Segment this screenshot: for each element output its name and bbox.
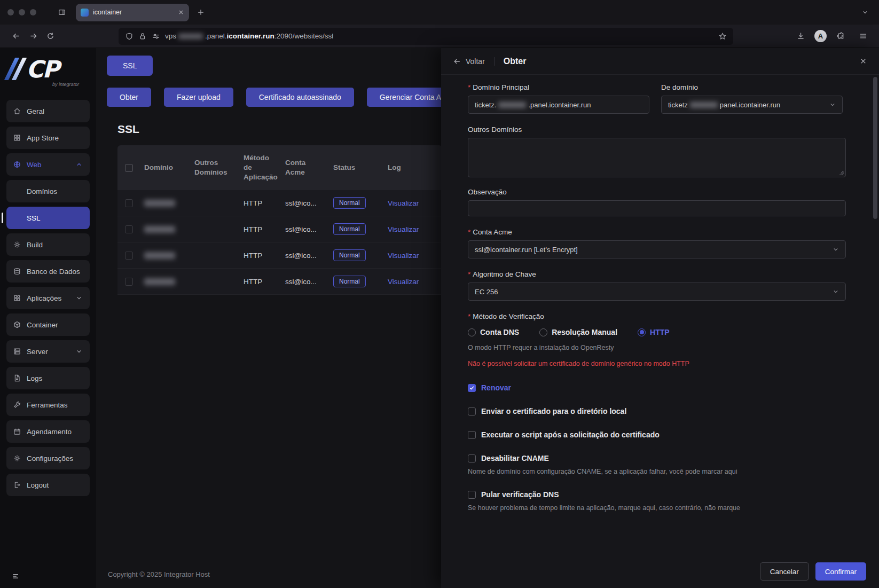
table-row[interactable]: HTTP ssl@ico... Normal Visualizar bbox=[117, 269, 442, 295]
lock-icon[interactable] bbox=[138, 32, 147, 41]
select-all-checkbox[interactable] bbox=[125, 164, 133, 172]
obter-button[interactable]: Obter bbox=[107, 88, 151, 107]
certificado-autoassinado-button[interactable]: Certificado autoassinado bbox=[246, 88, 354, 107]
confirm-button[interactable]: Confirmar bbox=[815, 562, 866, 581]
enviar-certificado-checkbox-row[interactable]: Enviar o certificado para o diretório lo… bbox=[468, 407, 846, 415]
window-close-button[interactable] bbox=[7, 9, 14, 15]
forward-icon[interactable] bbox=[25, 28, 42, 45]
column-header-log[interactable]: Log bbox=[383, 163, 442, 173]
checkbox-icon[interactable] bbox=[468, 454, 476, 462]
tab-list-chevron-icon[interactable] bbox=[861, 8, 869, 17]
desabilitar-cname-checkbox-row[interactable]: Desabilitar CNAME bbox=[468, 454, 846, 462]
row-checkbox[interactable] bbox=[125, 225, 133, 233]
radio-checked-icon bbox=[638, 328, 646, 336]
window-zoom-button[interactable] bbox=[30, 9, 36, 15]
ssl-tab-button[interactable]: SSL bbox=[107, 56, 153, 76]
url-redacted-segment bbox=[178, 34, 203, 39]
checkbox-label: Pular verificação DNS bbox=[481, 490, 559, 499]
cancel-button[interactable]: Cancelar bbox=[760, 562, 809, 581]
visualizar-link[interactable]: Visualizar bbox=[388, 225, 419, 233]
row-checkbox[interactable] bbox=[125, 199, 133, 207]
row-checkbox[interactable] bbox=[125, 252, 133, 260]
sidebar-collapse-icon[interactable] bbox=[12, 572, 20, 581]
pular-verificacao-dns-checkbox-row[interactable]: Pular verificação DNS bbox=[468, 490, 846, 499]
de-dominio-select[interactable]: ticketzpanel.icontainer.run bbox=[661, 96, 843, 114]
reload-icon[interactable] bbox=[42, 28, 59, 45]
visualizar-link[interactable]: Visualizar bbox=[388, 278, 419, 286]
sidebar-item-ferramentas[interactable]: Ferramentas bbox=[6, 394, 90, 416]
row-checkbox[interactable] bbox=[125, 278, 133, 286]
table-row[interactable]: HTTP ssl@ico... Normal Visualizar bbox=[117, 242, 442, 269]
checkbox-icon[interactable] bbox=[468, 431, 476, 439]
tab-overview-icon[interactable] bbox=[58, 8, 66, 17]
column-header-dominio[interactable]: Domínio bbox=[140, 163, 190, 173]
metodo-cell: HTTP bbox=[239, 225, 281, 233]
sidebar: CP by integrator Geral App Store Web Dom… bbox=[0, 48, 96, 588]
window-minimize-button[interactable] bbox=[19, 9, 25, 15]
sidebar-item-aplicacoes[interactable]: Aplicações bbox=[6, 287, 90, 309]
new-tab-button[interactable] bbox=[197, 8, 205, 17]
sidebar-item-logout[interactable]: Logout bbox=[6, 474, 90, 496]
sidebar-item-geral[interactable]: Geral bbox=[6, 100, 90, 122]
sidebar-item-web[interactable]: Web bbox=[6, 153, 90, 176]
sidebar-item-agendamento[interactable]: Agendamento bbox=[6, 420, 90, 443]
account-avatar[interactable]: A bbox=[814, 30, 827, 42]
sidebar-item-label: Aplicações bbox=[27, 294, 61, 302]
back-button[interactable]: Voltar bbox=[453, 57, 485, 66]
logo-text: CP bbox=[26, 59, 59, 80]
conta-acme-cell: ssl@ico... bbox=[281, 199, 329, 207]
outros-dominios-textarea[interactable] bbox=[468, 138, 846, 177]
sidebar-item-logs[interactable]: Logs bbox=[6, 367, 90, 389]
close-icon[interactable] bbox=[859, 57, 867, 65]
checkbox-checked-icon[interactable] bbox=[468, 384, 476, 392]
column-header-metodo[interactable]: Método de Aplicação bbox=[239, 153, 281, 183]
radio-conta-dns[interactable]: Conta DNS bbox=[468, 328, 519, 336]
download-icon[interactable] bbox=[792, 28, 809, 45]
renovar-checkbox-row[interactable]: Renovar bbox=[468, 383, 846, 392]
window-controls[interactable] bbox=[7, 9, 36, 15]
algoritmo-chave-select[interactable]: EC 256 bbox=[468, 283, 846, 301]
sidebar-item-ssl[interactable]: SSL bbox=[6, 207, 90, 229]
sidebar-item-build[interactable]: Build bbox=[6, 233, 90, 256]
radio-http[interactable]: HTTP bbox=[638, 328, 670, 336]
menu-hamburger-icon[interactable] bbox=[854, 28, 872, 45]
back-icon[interactable] bbox=[7, 28, 25, 45]
scrollbar-thumb[interactable] bbox=[873, 77, 877, 219]
executar-script-checkbox-row[interactable]: Executar o script após a solicitação do … bbox=[468, 430, 846, 439]
sidebar-item-banco-de-dados[interactable]: Banco de Dados bbox=[6, 260, 90, 283]
sidebar-item-label: Domínios bbox=[27, 187, 57, 195]
apps-icon bbox=[13, 294, 21, 302]
sidebar-item-server[interactable]: Server bbox=[6, 340, 90, 363]
sidebar-item-label: Logout bbox=[27, 481, 49, 489]
tab-close-icon[interactable] bbox=[178, 9, 184, 15]
column-header-conta-acme[interactable]: Conta Acme bbox=[281, 158, 329, 177]
table-row[interactable]: HTTP ssl@ico... Normal Visualizar bbox=[117, 216, 442, 242]
extensions-puzzle-icon[interactable] bbox=[832, 28, 849, 45]
fazer-upload-button[interactable]: Fazer upload bbox=[164, 88, 233, 107]
radio-resolucao-manual[interactable]: Resolução Manual bbox=[539, 328, 617, 336]
url-bar[interactable]: vps.panel.icontainer.run:2090/websites/s… bbox=[119, 28, 733, 45]
sidebar-item-dominios[interactable]: Domínios bbox=[6, 180, 90, 202]
sidebar-item-app-store[interactable]: App Store bbox=[6, 127, 90, 149]
observacao-input[interactable] bbox=[468, 200, 846, 216]
checkbox-icon[interactable] bbox=[468, 491, 476, 499]
sidebar-item-container[interactable]: Container bbox=[6, 313, 90, 336]
conta-acme-select[interactable]: ssl@icontainer.run [Let's Encrypt] bbox=[468, 240, 846, 258]
visualizar-link[interactable]: Visualizar bbox=[388, 199, 419, 207]
dominio-principal-input[interactable]: ticketz..panel.icontainer.run bbox=[468, 96, 649, 114]
sidebar-item-configuracoes[interactable]: Configurações bbox=[6, 447, 90, 469]
table-row[interactable]: HTTP ssl@ico... Normal Visualizar bbox=[117, 190, 442, 216]
field-label: *Método de Verificação bbox=[468, 312, 846, 320]
column-header-outros-dominios[interactable]: Outros Domínios bbox=[190, 158, 239, 177]
ssl-table: Domínio Outros Domínios Método de Aplica… bbox=[117, 145, 442, 295]
column-header-status[interactable]: Status bbox=[329, 163, 383, 173]
browser-tab[interactable]: icontainer bbox=[76, 4, 189, 21]
visualizar-link[interactable]: Visualizar bbox=[388, 252, 419, 260]
permissions-icon[interactable] bbox=[152, 32, 160, 41]
shield-icon[interactable] bbox=[125, 32, 134, 41]
sidebar-item-label: Build bbox=[27, 241, 43, 249]
calendar-icon bbox=[13, 427, 21, 436]
checkbox-icon[interactable] bbox=[468, 407, 476, 415]
bookmark-star-icon[interactable] bbox=[718, 32, 727, 41]
tab-title: icontainer bbox=[93, 9, 174, 16]
